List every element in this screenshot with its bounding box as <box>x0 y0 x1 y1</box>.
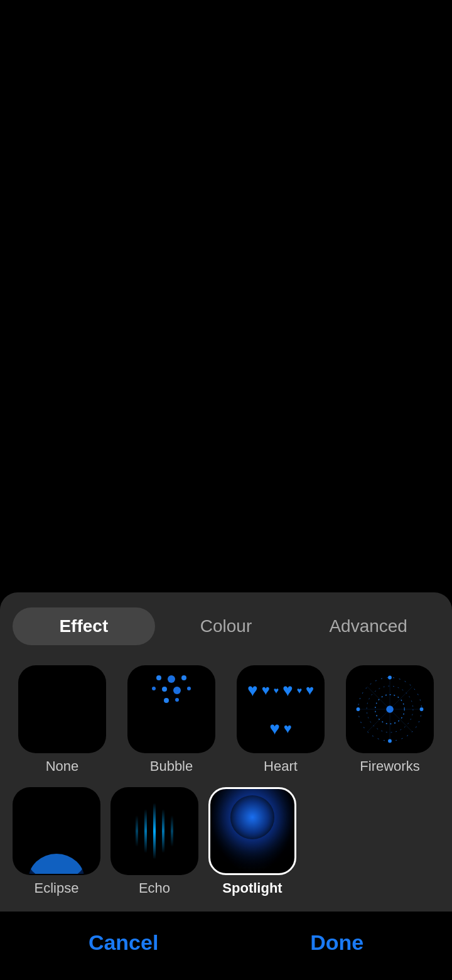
fireworks-svg <box>347 667 433 752</box>
effect-bubble[interactable]: Bubble <box>122 665 221 775</box>
heart-container: ♥ ♥ ♥ ♥ ♥ ♥ ♥ ♥ <box>238 667 323 752</box>
svg-point-7 <box>386 705 394 713</box>
footer-buttons: Cancel Done <box>0 912 452 980</box>
heart-icon: ♥ <box>262 683 270 697</box>
echo-lines <box>112 788 197 874</box>
effect-thumb-fireworks <box>346 665 434 753</box>
effect-thumb-none <box>18 665 106 753</box>
heart-icon: ♥ <box>269 720 280 738</box>
tab-bar: Effect Colour Advanced <box>13 607 439 645</box>
effect-none[interactable]: None <box>13 665 112 775</box>
effect-fireworks[interactable]: Fireworks <box>340 665 439 775</box>
effect-label-fireworks: Fireworks <box>360 758 419 775</box>
echo-line <box>144 809 147 853</box>
svg-point-11 <box>420 707 424 711</box>
echo-line <box>136 815 138 847</box>
heart-icon: ♥ <box>274 686 279 695</box>
echo-line <box>162 809 164 853</box>
effect-thumb-eclipse <box>13 787 100 875</box>
svg-point-10 <box>357 707 360 711</box>
bubble-dot <box>173 687 181 694</box>
bubble-dot <box>175 698 179 702</box>
effect-label-spotlight: Spotlight <box>222 880 282 896</box>
heart-icon: ♥ <box>297 686 302 695</box>
effect-eclipse[interactable]: Eclipse <box>13 787 100 896</box>
spotlight-glow <box>230 795 274 839</box>
effect-heart[interactable]: ♥ ♥ ♥ ♥ ♥ ♥ ♥ ♥ Heart <box>231 665 330 775</box>
tab-effect[interactable]: Effect <box>13 607 155 645</box>
tab-advanced[interactable]: Advanced <box>297 607 439 645</box>
effect-label-bubble: Bubble <box>150 758 193 775</box>
bubble-dot <box>164 698 169 703</box>
echo-line <box>153 803 156 859</box>
effect-label-eclipse: Eclipse <box>35 880 79 896</box>
echo-line <box>171 815 173 847</box>
heart-icon: ♥ <box>282 682 293 699</box>
bubble-dot <box>168 675 175 683</box>
effect-thumb-bubble <box>127 665 215 753</box>
cancel-button[interactable]: Cancel <box>51 924 196 961</box>
bubble-dot <box>156 675 161 680</box>
effect-label-none: None <box>46 758 79 775</box>
bubble-dot <box>162 687 167 692</box>
effects-grid-row2: Eclipse Echo Spotlight <box>13 787 439 896</box>
done-button[interactable]: Done <box>272 924 401 961</box>
tab-colour[interactable]: Colour <box>155 607 298 645</box>
effect-thumb-spotlight <box>208 787 296 875</box>
bottom-sheet: Effect Colour Advanced None <box>0 592 452 980</box>
effect-thumb-heart: ♥ ♥ ♥ ♥ ♥ ♥ ♥ ♥ <box>237 665 325 753</box>
effect-echo[interactable]: Echo <box>110 787 198 896</box>
effect-label-heart: Heart <box>264 758 298 775</box>
effect-spotlight[interactable]: Spotlight <box>208 787 296 896</box>
svg-point-8 <box>388 676 392 680</box>
bubble-dots <box>129 667 214 752</box>
effect-thumb-echo <box>110 787 198 875</box>
bubble-dot <box>187 687 191 690</box>
bubble-dot <box>181 675 186 680</box>
eclipse-shape <box>28 842 85 875</box>
heart-icon: ♥ <box>306 683 314 697</box>
black-background <box>0 0 452 591</box>
heart-icon: ♥ <box>284 722 292 736</box>
svg-point-9 <box>388 739 392 743</box>
bubble-dot <box>152 687 156 690</box>
heart-icon: ♥ <box>247 682 258 699</box>
effects-grid-row1: None <box>13 665 439 775</box>
effect-label-echo: Echo <box>139 880 170 896</box>
